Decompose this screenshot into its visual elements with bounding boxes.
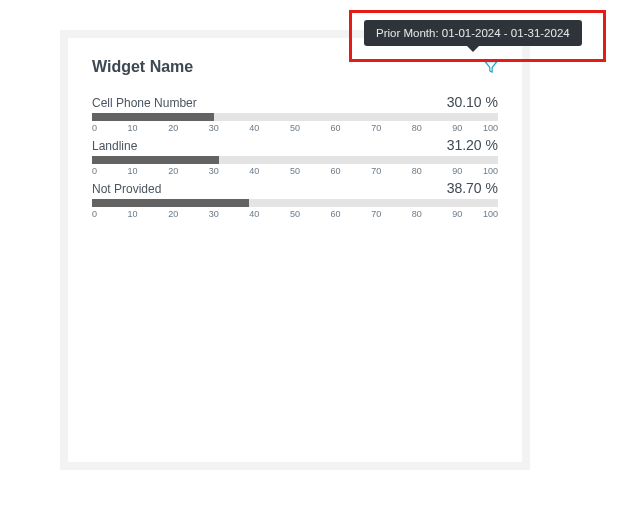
filter-icon[interactable]	[484, 60, 498, 74]
card-header: Widget Name	[92, 58, 498, 76]
bar-track	[92, 156, 498, 164]
widget-card: Widget Name Cell Phone Number30.10 %0102…	[68, 38, 522, 462]
bar-fill	[92, 156, 219, 164]
bar-track	[92, 199, 498, 207]
bar-row: Not Provided38.70 %010203040506070809010…	[92, 180, 498, 209]
bar-value: 30.10 %	[447, 94, 498, 110]
bar-value: 38.70 %	[447, 180, 498, 196]
bar-fill	[92, 113, 214, 121]
bar-label: Cell Phone Number	[92, 96, 197, 110]
bar-row: Cell Phone Number30.10 %0102030405060708…	[92, 94, 498, 123]
bar-row-top: Not Provided38.70 %	[92, 180, 498, 196]
bar-label: Not Provided	[92, 182, 161, 196]
bar-track	[92, 113, 498, 121]
outer-frame: Widget Name Cell Phone Number30.10 %0102…	[60, 30, 530, 470]
bars-container: Cell Phone Number30.10 %0102030405060708…	[92, 94, 498, 209]
bar-row-top: Landline31.20 %	[92, 137, 498, 153]
filter-tooltip-text: Prior Month: 01-01-2024 - 01-31-2024	[376, 27, 570, 39]
bar-row: Landline31.20 %0102030405060708090100	[92, 137, 498, 166]
filter-tooltip: Prior Month: 01-01-2024 - 01-31-2024	[364, 20, 582, 46]
bar-label: Landline	[92, 139, 137, 153]
bar-fill	[92, 199, 249, 207]
page-title: Widget Name	[92, 58, 193, 76]
svg-marker-0	[485, 62, 497, 73]
bar-row-top: Cell Phone Number30.10 %	[92, 94, 498, 110]
bar-value: 31.20 %	[447, 137, 498, 153]
